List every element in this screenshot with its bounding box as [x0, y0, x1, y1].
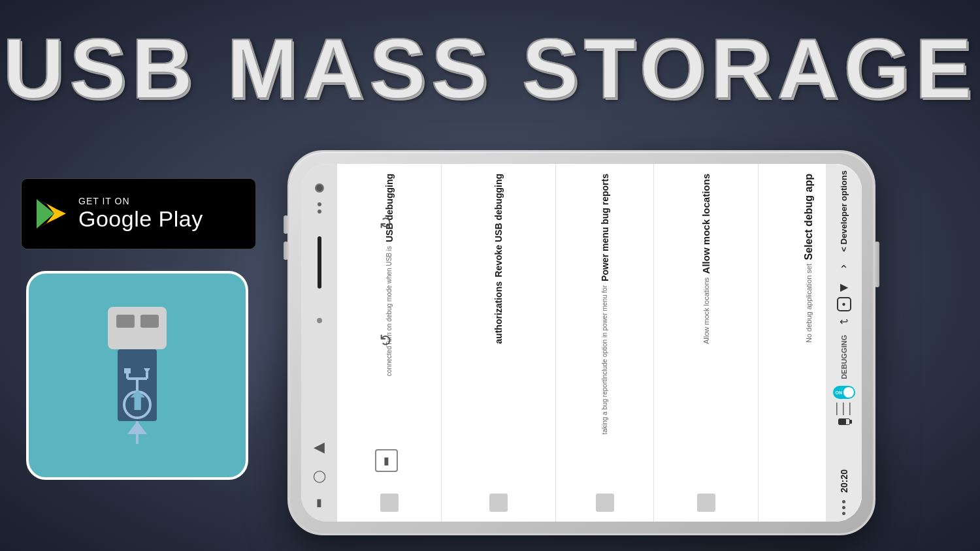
- page-title: USB MASS STORAGE: [0, 20, 980, 118]
- usb-debug-toggle[interactable]: ON: [833, 386, 855, 399]
- revoke-usb-title: Revoke USB debugging: [493, 174, 504, 277]
- more-options-icon[interactable]: [842, 500, 845, 515]
- sensor-dot-1: [318, 202, 321, 206]
- bottom-dot: [317, 318, 322, 323]
- volume-visual: [318, 236, 321, 289]
- recents-icon[interactable]: ▮: [316, 496, 322, 509]
- select-debug-desc: No debug application set: [805, 264, 813, 343]
- usb-debugging-desc2: connected: [385, 346, 393, 376]
- phone-body: ◀ ◯ ▮ USB debugging Turn on debug mode w…: [287, 150, 875, 535]
- usb-debugging-title: USB debugging: [384, 174, 395, 242]
- volume-up-button[interactable]: [284, 215, 288, 234]
- power-menu-desc2: taking a bug report: [601, 380, 608, 434]
- home-icon[interactable]: ◯: [313, 469, 326, 483]
- screen-area: USB debugging Turn on debug mode when US…: [337, 164, 826, 522]
- mock-locations-desc: Allow mock locations: [702, 277, 710, 344]
- sensor-dot-2: [318, 210, 321, 213]
- play-text-group: GET IT ON Google Play: [78, 196, 203, 232]
- signal-icon: │││: [834, 403, 854, 415]
- camera-status-icon: ▶: [840, 281, 848, 293]
- setting-usb-debugging[interactable]: USB debugging Turn on debug mode when US…: [337, 164, 442, 522]
- mock-locations-checkbox[interactable]: [697, 494, 715, 512]
- time-display: 20:20: [839, 469, 849, 493]
- setting-power-menu[interactable]: Power menu bug reports Include option in…: [556, 164, 654, 522]
- power-menu-title: Power menu bug reports: [600, 174, 610, 281]
- usb-symbol: ⬆: [72, 300, 203, 450]
- svg-rect-5: [116, 315, 135, 328]
- back-icon[interactable]: ◀: [314, 439, 325, 456]
- sensor-dots: [318, 202, 321, 213]
- debugging-label: DEBUGGING: [840, 335, 848, 379]
- page-title-container: USB MASS STORAGE: [0, 20, 980, 118]
- instagram-icon: ●: [837, 297, 851, 311]
- usb-debugging-checkbox[interactable]: [380, 494, 399, 512]
- return-icon[interactable]: ↩: [840, 315, 848, 328]
- revoke-usb-title2: authorizations: [493, 281, 504, 344]
- phone-mockup: ◀ ◯ ▮ USB debugging Turn on debug mode w…: [287, 150, 875, 535]
- svg-rect-6: [140, 315, 159, 328]
- usb-debugging-desc: Turn on debug mode when USB is: [385, 246, 393, 346]
- mock-locations-title: Allow mock locations: [700, 174, 711, 274]
- battery-icon: [838, 418, 850, 425]
- google-play-label: Google Play: [78, 206, 203, 232]
- toggle-on-label: ON: [836, 390, 843, 395]
- volume-down-button[interactable]: [284, 242, 288, 260]
- revoke-usb-checkbox[interactable]: [489, 494, 508, 512]
- svg-rect-4: [108, 307, 167, 349]
- svg-text:⬆: ⬆: [127, 388, 148, 415]
- setting-mock-locations[interactable]: Allow mock locations Allow mock location…: [654, 164, 759, 522]
- power-button[interactable]: [875, 242, 879, 287]
- camera-strip: ◀ ◯ ▮: [301, 164, 337, 522]
- status-back-icon[interactable]: ⌃: [839, 262, 849, 277]
- developer-options-label: < Developer options: [839, 170, 849, 252]
- phone-screen: ◀ ◯ ▮ USB debugging Turn on debug mode w…: [301, 164, 862, 522]
- setting-revoke-usb[interactable]: Revoke USB debugging authorizations: [442, 164, 556, 522]
- power-menu-desc: Include option in power menu for: [601, 285, 608, 380]
- toggle-circle: [843, 387, 854, 398]
- select-debug-title: Select debug app: [803, 174, 815, 260]
- google-play-icon: [33, 196, 69, 232]
- status-bar: < Developer options ⌃ ▶ ● ↩ DEBUGGING ON…: [826, 164, 862, 522]
- app-icon: ⬆: [26, 271, 248, 480]
- camera-lens: [315, 183, 324, 193]
- power-menu-checkbox[interactable]: [596, 494, 614, 512]
- get-it-on-label: GET IT ON: [78, 196, 203, 206]
- svg-rect-13: [124, 368, 131, 373]
- google-play-badge[interactable]: GET IT ON Google Play: [21, 178, 256, 249]
